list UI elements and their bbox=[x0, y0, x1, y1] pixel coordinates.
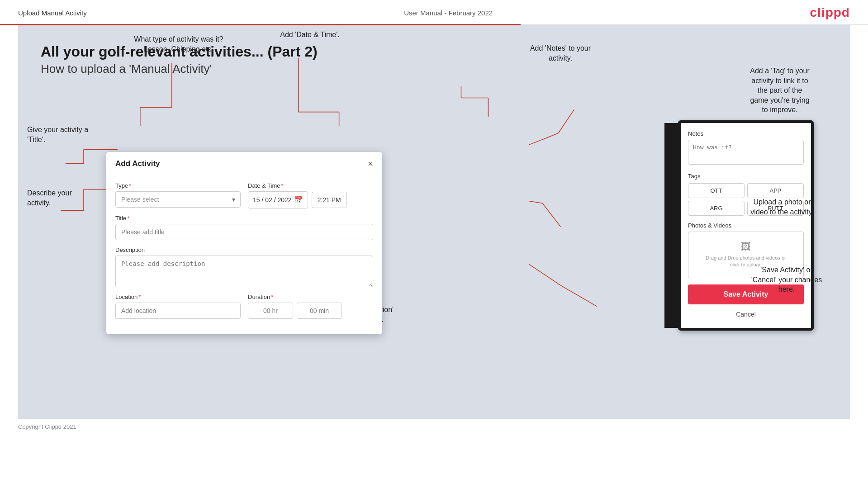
main-content: All your golf-relevant activities... (Pa… bbox=[18, 25, 850, 419]
cancel-button[interactable]: Cancel bbox=[688, 308, 804, 321]
location-group: Location* bbox=[115, 294, 241, 319]
description-group: Description bbox=[115, 246, 373, 287]
title-group: Title* bbox=[115, 215, 373, 240]
time-input[interactable]: 2:21 PM bbox=[312, 192, 347, 208]
hours-input[interactable] bbox=[248, 303, 293, 319]
type-select-wrapper: Please select ▾ bbox=[115, 191, 241, 208]
modal-body: Type* Please select ▾ Date & Time* bbox=[106, 174, 382, 334]
minutes-input[interactable] bbox=[297, 303, 342, 319]
tag-app[interactable]: APP bbox=[747, 183, 804, 198]
type-datetime-row: Type* Please select ▾ Date & Time* bbox=[115, 182, 373, 208]
annotation-datetime: Add 'Date & Time'. bbox=[260, 30, 360, 40]
annotation-save: 'Save Activity' or'Cancel' your changesh… bbox=[728, 265, 845, 294]
calendar-icon: 📅 bbox=[294, 196, 303, 204]
annotation-describe: Describe youractivity. bbox=[27, 188, 100, 208]
page-heading: Upload Manual Activity bbox=[18, 9, 87, 17]
tags-label: Tags bbox=[688, 173, 804, 180]
photos-label: Photos & Videos bbox=[688, 222, 804, 229]
annotation-tag: Add a 'Tag' to youractivity to link it t… bbox=[723, 66, 836, 115]
annotation-title: Give your activity a'Title'. bbox=[27, 125, 100, 144]
logo: clippd bbox=[810, 5, 850, 20]
location-duration-row: Location* Duration* bbox=[115, 294, 373, 319]
modal-header: Add Activity × bbox=[106, 152, 382, 174]
svg-line-24 bbox=[560, 285, 597, 307]
datetime-label: Date & Time* bbox=[248, 182, 373, 189]
svg-line-23 bbox=[529, 201, 542, 203]
manual-title: User Manual - February 2022 bbox=[404, 9, 493, 17]
svg-line-20 bbox=[547, 133, 558, 137]
annotation-type: What type of activity was it?Lesson, Chi… bbox=[115, 34, 242, 54]
svg-line-19 bbox=[558, 109, 574, 133]
date-input[interactable]: 15 / 02 / 2022 📅 bbox=[248, 191, 308, 208]
time-value: 2:21 PM bbox=[318, 196, 341, 204]
date-value: 15 / 02 / 2022 bbox=[253, 196, 292, 204]
copyright: Copyright Clippd 2021 bbox=[18, 423, 76, 430]
modal-title: Add Activity bbox=[115, 159, 160, 168]
type-group: Type* Please select ▾ bbox=[115, 182, 241, 208]
location-label: Location* bbox=[115, 294, 241, 300]
svg-line-21 bbox=[529, 138, 547, 145]
svg-line-22 bbox=[542, 204, 560, 227]
upload-icon: 🖼 bbox=[697, 241, 794, 253]
date-time-group: 15 / 02 / 2022 📅 2:21 PM bbox=[248, 191, 373, 208]
description-input[interactable] bbox=[115, 256, 373, 287]
annotation-notes: Add 'Notes' to youractivity. bbox=[511, 43, 610, 63]
top-bar: Upload Manual Activity User Manual - Feb… bbox=[0, 0, 868, 25]
close-button[interactable]: × bbox=[368, 159, 373, 168]
type-select[interactable]: Please select bbox=[115, 191, 241, 208]
phone-panel: Notes Tags OTT APP ARG PUTT Photos & Vid… bbox=[678, 120, 814, 331]
location-input[interactable] bbox=[115, 303, 241, 319]
type-label: Type* bbox=[115, 182, 241, 189]
datetime-group: Date & Time* 15 / 02 / 2022 📅 2:21 PM bbox=[248, 182, 373, 208]
phone-screen: Notes Tags OTT APP ARG PUTT Photos & Vid… bbox=[678, 120, 814, 331]
footer: Copyright Clippd 2021 bbox=[0, 419, 868, 435]
duration-label: Duration* bbox=[248, 294, 373, 300]
title-input[interactable] bbox=[115, 224, 373, 240]
notes-section-label: Notes bbox=[688, 130, 804, 137]
notes-textarea[interactable] bbox=[688, 140, 804, 165]
duration-inputs bbox=[248, 303, 373, 319]
title-label: Title* bbox=[115, 215, 373, 222]
add-activity-modal: Add Activity × Type* Please select ▾ bbox=[106, 152, 382, 334]
page-subtitle: How to upload a 'Manual Activity' bbox=[41, 62, 827, 76]
tag-ott[interactable]: OTT bbox=[688, 183, 745, 198]
annotation-photo: Upload a photo orvideo to the activity. bbox=[728, 197, 836, 217]
svg-line-25 bbox=[529, 264, 560, 285]
description-label: Description bbox=[115, 246, 373, 253]
duration-group: Duration* bbox=[248, 294, 373, 319]
